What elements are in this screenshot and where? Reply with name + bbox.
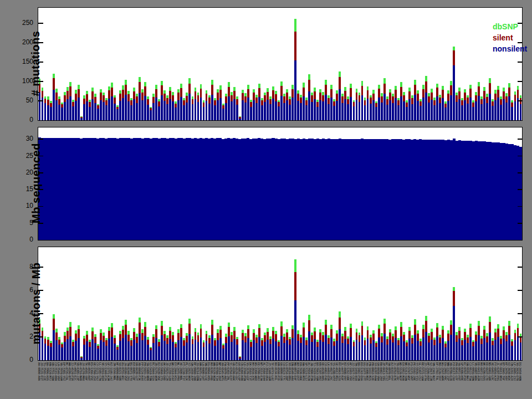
y-tick-label: 4 (9, 309, 33, 317)
legend-item-silent: silent (493, 32, 527, 43)
y-tick-label: 6 (9, 286, 33, 294)
y-tick-label: 2 (9, 332, 33, 340)
x-tick-label: DG-3450-H8N (519, 362, 521, 397)
bars (39, 259, 522, 360)
legend: dbSNP silent nonsilent (493, 21, 527, 54)
panel-mutation-rates (38, 247, 523, 361)
mutation-rates-plot (38, 247, 522, 360)
panel-mb-sequenced (38, 127, 523, 241)
x-tick-label-texture: AA-0000-A0AJU-7131-E1TTG-7565-J2EBA-7996… (38, 362, 523, 398)
figure: dbSNP silent nonsilent # mutations Mb se… (0, 0, 532, 399)
y-tick-label: 100 (9, 77, 33, 85)
y-tick-label: 0 (9, 116, 33, 124)
y-tick-label: 30 (9, 135, 33, 142)
bars (38, 137, 522, 240)
y-tick-label: 200 (9, 38, 33, 46)
y-tick-label: 25 (9, 152, 33, 160)
y-tick-marks (38, 23, 522, 101)
legend-item-dbsnp: dbSNP (493, 21, 527, 32)
panel-mutation-counts: dbSNP silent nonsilent (38, 7, 523, 121)
y-tick-label: 0 (9, 236, 33, 243)
y-tick-label: 20 (9, 168, 33, 176)
y-tick-label: 15 (9, 185, 33, 193)
legend-item-nonsilent: nonsilent (493, 43, 527, 54)
y-tick-label: 0 (9, 356, 33, 364)
y-tick-marks (38, 267, 522, 337)
y-tick-label: 8 (9, 263, 33, 270)
y-tick-label: 250 (9, 19, 33, 27)
y-tick-label: 5 (9, 219, 33, 227)
y-tick-label: 150 (9, 58, 33, 65)
y-tick-label: 10 (9, 202, 33, 209)
mb-sequenced-plot (38, 127, 522, 240)
y-tick-label: 50 (9, 96, 33, 104)
bars (39, 19, 522, 120)
mutation-counts-plot (38, 8, 522, 120)
